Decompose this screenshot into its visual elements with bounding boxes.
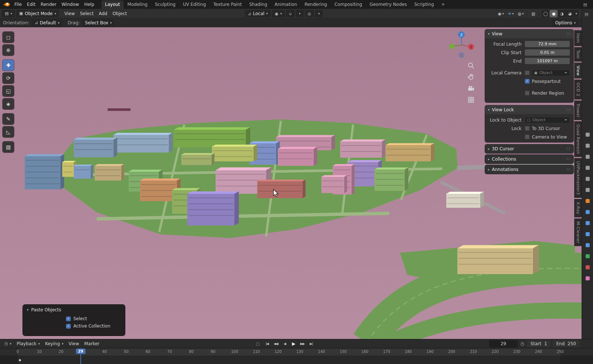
workspace-tab-compositing[interactable]: Compositing — [331, 0, 366, 9]
viewport-menu-object[interactable]: Object — [110, 10, 129, 18]
sidebar-tab-item[interactable]: Item — [574, 30, 582, 46]
properties-tab-particles[interactable] — [585, 220, 591, 226]
building[interactable] — [278, 147, 317, 166]
focal-length-field[interactable]: 72.9 mm — [525, 41, 570, 47]
options-button[interactable]: Options ▾ — [552, 19, 579, 27]
tool-move[interactable]: ✚ — [3, 60, 14, 71]
workspace-tab-rendering[interactable]: Rendering — [301, 0, 331, 9]
drag-selector[interactable]: Select Box ▾ — [82, 19, 115, 27]
building[interactable] — [212, 145, 257, 162]
building[interactable] — [114, 133, 172, 153]
end-frame-field[interactable]: End 250 — [552, 340, 580, 347]
workspace-tab-modeling[interactable]: Modeling — [124, 0, 151, 9]
menu-window[interactable]: Window — [59, 0, 81, 8]
mode-selector[interactable]: ▣ Object Mode ▾ — [16, 10, 59, 17]
proportional-editing-toggle[interactable]: ◎ — [305, 10, 314, 17]
start-frame-field[interactable]: Start 1 — [527, 340, 551, 347]
properties-tab-view-layer[interactable] — [585, 164, 591, 171]
viewport-menu-add[interactable]: Add — [96, 10, 110, 18]
lock-to-object-field[interactable]: ▢ Object ✒ — [525, 117, 570, 123]
jump-to-prev-keyframe-button[interactable]: ◀◀ — [272, 340, 279, 347]
tool-annotate[interactable]: ✎ — [3, 113, 14, 125]
timeline-editor-type-button[interactable]: ◷ ▾ — [2, 340, 14, 348]
tool-select-box[interactable]: ◻ — [3, 32, 14, 43]
tool-add-cube[interactable]: ▧ — [3, 141, 14, 153]
operator-panel-header[interactable]: ▾ Paste Objects — [23, 305, 125, 315]
clock-icon[interactable]: ◷ — [520, 341, 525, 346]
properties-tab-tool[interactable] — [585, 131, 591, 138]
navigation-gizmo[interactable]: Z X — [446, 29, 477, 60]
auto-keying-toggle[interactable]: ○ — [256, 341, 259, 346]
snap-toggle[interactable]: ∪ — [286, 10, 295, 17]
panel-header-collections[interactable]: ▸Collections⠿⠿ — [485, 155, 573, 164]
selectability-visibility-button[interactable]: ◉ ▾ — [496, 10, 505, 17]
snap-settings-selector[interactable]: ▾ — [296, 10, 304, 17]
timeline-marker-menu[interactable]: Marker — [82, 340, 102, 348]
sidebar-tab-m-cleaner[interactable]: M-Cleaner — [574, 218, 582, 246]
building[interactable] — [181, 153, 214, 165]
viewport-menu-select[interactable]: Select — [77, 10, 96, 18]
workspace-tab-sculpting[interactable]: Sculpting — [151, 0, 179, 9]
sidebar-tab-view[interactable]: View — [574, 63, 582, 79]
lock-to-3d-cursor-checkbox[interactable] — [525, 126, 530, 131]
camera-view-button[interactable] — [467, 84, 475, 93]
tool-transform[interactable]: ◈ — [3, 98, 14, 109]
eyedropper-icon[interactable]: ✒ — [565, 71, 568, 75]
building[interactable] — [257, 180, 306, 198]
play-button[interactable]: ▶ — [290, 340, 297, 347]
keying-menu[interactable]: Keying ▾ — [43, 340, 66, 348]
building[interactable] — [74, 165, 93, 179]
workspace-tab-uv-editing[interactable]: UV Editing — [179, 0, 210, 9]
building[interactable] — [386, 143, 435, 162]
gizmo-y-axis[interactable] — [449, 44, 455, 49]
panel-header-3d-cursor[interactable]: ▸3D Cursor⠿⠿ — [485, 144, 573, 153]
workspace-tab-layout[interactable]: Layout — [101, 0, 124, 9]
properties-tab-material[interactable] — [585, 264, 591, 270]
building[interactable] — [374, 168, 408, 191]
transform-orientation-selector[interactable]: ⊿ Local ▾ — [245, 10, 271, 17]
tool-rotate[interactable]: ⟳ — [3, 73, 14, 84]
building[interactable] — [25, 154, 64, 190]
building[interactable] — [187, 191, 239, 225]
building[interactable] — [95, 164, 124, 181]
sidebar-tab-tool[interactable]: Tool — [574, 47, 582, 62]
tool-measure[interactable]: ◺ — [3, 126, 14, 137]
jump-to-start-button[interactable]: |◀ — [263, 340, 271, 347]
zoom-button[interactable] — [467, 61, 475, 70]
building[interactable] — [457, 245, 539, 274]
orthographic-toggle-button[interactable] — [467, 95, 475, 104]
pan-hand-button[interactable] — [467, 73, 475, 81]
building[interactable] — [321, 175, 347, 193]
shading-material-button[interactable]: ◑ — [558, 10, 566, 17]
orientation-selector[interactable]: ⊿ Default ▾ — [32, 19, 63, 27]
add-workspace-button[interactable]: + — [438, 2, 448, 7]
building[interactable] — [340, 140, 386, 158]
properties-tab-object-data[interactable] — [585, 253, 591, 259]
workspace-tab-texture-paint[interactable]: Texture Paint — [210, 0, 245, 9]
menu-edit[interactable]: Edit — [24, 0, 38, 8]
playback-menu[interactable]: Playback ▾ — [14, 340, 42, 348]
chevron-down-icon[interactable]: ▾ — [574, 12, 579, 15]
eyedropper-icon[interactable]: ✒ — [565, 118, 568, 122]
properties-tab-physics[interactable] — [585, 231, 591, 237]
shading-wireframe-button[interactable]: ◯ — [541, 10, 550, 17]
building[interactable] — [446, 192, 484, 208]
local-camera-checkbox[interactable] — [525, 70, 530, 75]
jump-to-end-button[interactable]: ▶| — [307, 340, 315, 347]
passepartout-checkbox[interactable]: ✓ — [525, 79, 530, 84]
jump-to-next-keyframe-button[interactable]: ▶▶ — [299, 340, 306, 347]
properties-tab-object[interactable] — [585, 197, 591, 204]
timeline-view-menu[interactable]: View — [66, 340, 81, 348]
panel-header-annotations[interactable]: ▸Annotations⠿⠿ — [485, 165, 573, 174]
properties-tab-output[interactable] — [585, 153, 591, 160]
pivot-point-selector[interactable]: ◉ ▾ — [272, 10, 285, 17]
properties-tab-scene[interactable] — [585, 175, 591, 182]
clip-start-field[interactable]: 0.01 m — [525, 49, 570, 56]
proportional-falloff-selector[interactable]: ▾ — [315, 10, 323, 17]
blender-logo-icon[interactable] — [2, 1, 11, 7]
building[interactable] — [108, 108, 130, 111]
menu-render[interactable]: Render — [38, 0, 59, 8]
menu-help[interactable]: Help — [81, 0, 97, 8]
properties-tab-world[interactable] — [585, 186, 591, 193]
clip-end-field[interactable]: 101097 m — [525, 58, 570, 64]
